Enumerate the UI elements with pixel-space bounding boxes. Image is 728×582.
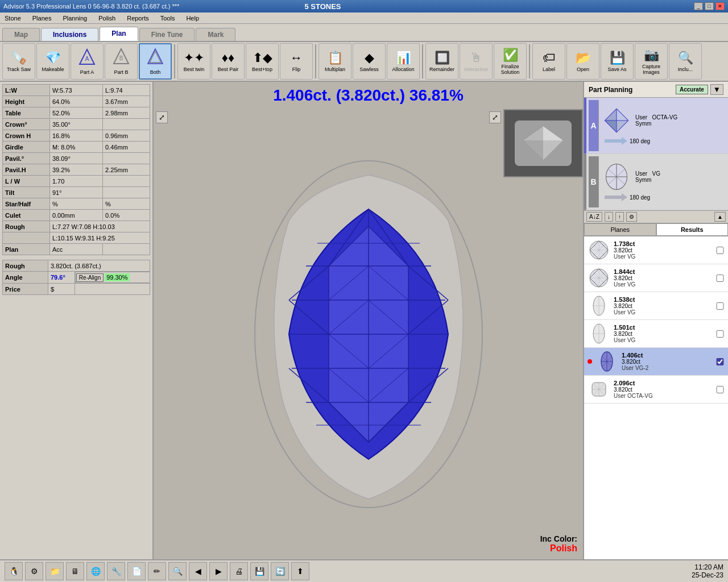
close-button[interactable]: ✕: [715, 2, 725, 10]
svg-text:B: B: [119, 55, 123, 61]
menu-stone[interactable]: Stone: [2, 14, 23, 22]
inclu-button[interactable]: 🔍 Inclu...: [669, 43, 702, 80]
table-val2: 2.98mm: [103, 107, 150, 119]
makeable-label: Makeable: [42, 66, 64, 72]
best-pair-button[interactable]: ♦♦ Best Pair: [212, 43, 245, 80]
toolbar-separator-2: [315, 44, 316, 78]
makeable-button[interactable]: 💎 Makeable: [36, 43, 69, 80]
tab-map[interactable]: Map: [2, 28, 40, 41]
result-row-5[interactable]: 1.406ct 3.820ct User VG-2: [584, 348, 728, 376]
status-icon-5[interactable]: 🌐: [86, 562, 105, 580]
result-4-checkbox[interactable]: [715, 330, 725, 338]
result-row-1[interactable]: 1.738ct 3.820ct User VG: [584, 236, 728, 264]
capture-button[interactable]: 📷 Capture Images: [635, 43, 668, 80]
rough-label: Rough: [3, 221, 50, 232]
sort-options-button[interactable]: ⚙: [626, 212, 637, 222]
allocation-button[interactable]: 📊 Allocation: [387, 43, 420, 80]
status-icon-12[interactable]: 🖨: [230, 562, 248, 580]
sort-az-button[interactable]: A↓Z: [586, 212, 602, 222]
open-button[interactable]: 📂 Open: [566, 43, 599, 80]
best-top-button[interactable]: ⬆◆ Best+top: [246, 43, 279, 80]
status-icon-7[interactable]: 📄: [127, 562, 146, 580]
tab-results[interactable]: Results: [656, 223, 729, 236]
tab-inclusions[interactable]: Inclusions: [41, 28, 98, 41]
rough2-label: Rough: [3, 260, 48, 272]
menu-help[interactable]: Help: [184, 14, 201, 22]
sort-up-button[interactable]: ↑: [615, 212, 624, 222]
result-5-checkbox[interactable]: [715, 358, 725, 365]
both-button[interactable]: Both: [139, 43, 172, 80]
maximize-button[interactable]: □: [705, 2, 714, 10]
multiplan-button[interactable]: 📋 Multiplan: [318, 43, 351, 80]
remainder-button[interactable]: 🔲 Remainder: [425, 43, 458, 80]
status-icon-13[interactable]: 💾: [250, 562, 268, 580]
best-top-label: Best+top: [252, 66, 272, 72]
status-icon-9[interactable]: 🔍: [168, 562, 187, 580]
price-val2: [75, 284, 150, 295]
menu-planning[interactable]: Planning: [60, 14, 89, 22]
expand-results-button[interactable]: ▲: [714, 212, 726, 222]
tab-plan[interactable]: Plan: [100, 27, 138, 41]
gem-title: 1.406ct. (3.820ct.) 36.81%: [154, 82, 583, 109]
tab-fine-tune[interactable]: Fine Tune: [139, 28, 195, 41]
realign-button[interactable]: Re-Align: [76, 273, 104, 282]
status-icon-15[interactable]: ⬆: [291, 562, 309, 580]
menu-planes[interactable]: Planes: [30, 14, 54, 22]
solution-a-type: OCTA-VG: [652, 114, 677, 120]
status-icon-11[interactable]: ▶: [209, 562, 228, 580]
result-row-2[interactable]: 1.844ct 3.820ct User VG: [584, 264, 728, 292]
best-twin-button[interactable]: ✦✦ Best twin: [177, 43, 210, 80]
price-val: $: [48, 284, 75, 295]
result-3-checkbox[interactable]: [715, 302, 725, 310]
save-as-button[interactable]: 💾 Save As: [601, 43, 634, 80]
interactive-button[interactable]: 🖱 Interactive: [460, 43, 493, 80]
result-2-checkbox[interactable]: [715, 275, 725, 282]
collapse-button[interactable]: ▼: [710, 84, 723, 95]
status-icon-10[interactable]: ◀: [189, 562, 207, 580]
table-row: Height 64.0% 3.67mm: [3, 96, 150, 107]
best-pair-label: Best Pair: [218, 66, 239, 72]
status-icon-1[interactable]: 🐧: [5, 562, 23, 580]
sawless-button[interactable]: ◆ Sawless: [353, 43, 386, 80]
lw-ratio-val2: [103, 176, 150, 187]
result-row-3[interactable]: 1.538ct 3.820ct User VG: [584, 292, 728, 320]
finalize-button[interactable]: ✅ Finalize Solution: [494, 43, 527, 80]
flip-button[interactable]: ↔ Flip: [280, 43, 313, 80]
status-icon-14[interactable]: 🔄: [271, 562, 289, 580]
expand-view-button[interactable]: ⤢: [156, 111, 168, 123]
gem-visualization[interactable]: [232, 141, 505, 527]
interactive-icon: 🖱: [470, 51, 482, 65]
status-bar: 🐧 ⚙ 📁 🖥 🌐 🔧 📄 ✏ 🔍 ◀ ▶ 🖨 💾 🔄 ⬆ 11:20 AM 2…: [0, 559, 728, 582]
result-1-checkbox[interactable]: [715, 247, 725, 254]
label-button[interactable]: 🏷 Label: [532, 43, 565, 80]
status-icon-8[interactable]: ✏: [148, 562, 166, 580]
best-pair-icon: ♦♦: [222, 51, 234, 65]
table-row: Pavil.° 38.09°: [3, 153, 150, 164]
gem-canvas[interactable]: Inc Color: Polish ⤢ ⤢: [154, 109, 583, 559]
status-icon-4[interactable]: 🖥: [66, 562, 84, 580]
result-row-6[interactable]: 2.096ct 3.820ct User OCTA-VG: [584, 376, 728, 404]
solution-a-user: User: [635, 114, 647, 120]
part-b-button[interactable]: B Part B: [105, 43, 138, 80]
status-icon-2[interactable]: ⚙: [25, 562, 43, 580]
expand-gem-button[interactable]: ⤢: [489, 111, 501, 123]
sort-down-button[interactable]: ↓: [605, 212, 613, 222]
selected-indicator: [588, 359, 592, 364]
tab-mark[interactable]: Mark: [196, 28, 235, 41]
tab-planes[interactable]: Planes: [584, 223, 656, 236]
menu-reports[interactable]: Reports: [125, 14, 151, 22]
result-gem-3: [588, 294, 610, 317]
menu-polish[interactable]: Polish: [96, 14, 118, 22]
lw-val2: L:9.74: [103, 85, 150, 96]
result-6-checkbox[interactable]: [715, 386, 725, 393]
status-icon-3[interactable]: 📁: [46, 562, 64, 580]
minimize-button[interactable]: _: [694, 2, 703, 10]
track-saw-button[interactable]: 🪚 Track Saw: [2, 43, 35, 80]
tilt-val2: [103, 187, 150, 198]
capture-label: Capture Images: [636, 64, 666, 75]
result-row-4[interactable]: 1.501ct 3.820ct User VG: [584, 320, 728, 348]
part-a-button[interactable]: A Part A: [71, 43, 104, 80]
menu-tools[interactable]: Tools: [158, 14, 177, 22]
status-icon-6[interactable]: 🔧: [107, 562, 125, 580]
results-list[interactable]: 1.738ct 3.820ct User VG 1.844ct: [584, 236, 728, 559]
